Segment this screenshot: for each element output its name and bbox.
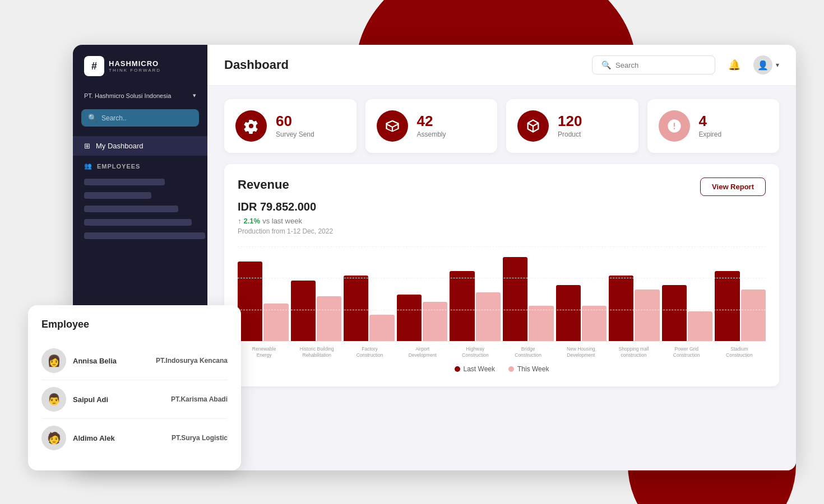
bar-group-2 bbox=[344, 276, 395, 341]
bar-group-4 bbox=[450, 271, 501, 341]
bar-last-week-3 bbox=[397, 295, 422, 341]
chart-label-8: Power Grid Construction bbox=[660, 346, 713, 358]
revenue-header: Revenue View Report bbox=[238, 178, 766, 196]
chart-label-3: Airport Development bbox=[396, 346, 449, 358]
employee-item-1: 👨 Saipul Adi PT.Karisma Abadi bbox=[41, 380, 228, 419]
header-search-box[interactable]: 🔍 bbox=[592, 55, 715, 74]
bar-this-week-7 bbox=[635, 290, 659, 341]
bar-group-6 bbox=[556, 285, 607, 341]
company-selector[interactable]: PT. Hashmicro Solusi Indonesia ▾ bbox=[73, 87, 207, 104]
legend-dot-this bbox=[508, 366, 514, 372]
product-number: 120 bbox=[558, 114, 582, 128]
bar-group-1 bbox=[291, 281, 342, 341]
chart-label-2: Factory Construction bbox=[343, 346, 396, 358]
search-icon: 🔍 bbox=[88, 114, 97, 122]
employee-avatar-0: 👩 bbox=[41, 348, 66, 373]
product-label: Product bbox=[558, 130, 582, 138]
stat-card-survey: 60 Survey Send bbox=[224, 99, 357, 153]
revenue-card: Revenue View Report IDR 79.852.000 ↑ 2.1… bbox=[224, 164, 779, 386]
chart-legend: Last Week This Week bbox=[238, 365, 766, 373]
revenue-change-label: vs last week bbox=[262, 217, 302, 225]
legend-last-label: Last Week bbox=[464, 365, 495, 373]
up-arrow-icon: ↑ bbox=[238, 217, 242, 225]
bar-group-9 bbox=[715, 271, 766, 341]
employee-name-1: Saipul Adi bbox=[73, 395, 164, 404]
sidebar-logo: # HASHMICRO THINK FORWARD bbox=[73, 56, 207, 87]
view-report-button[interactable]: View Report bbox=[700, 178, 766, 196]
revenue-period: Production from 1-12 Dec, 2022 bbox=[238, 227, 766, 235]
sidebar-placeholder-4 bbox=[84, 219, 192, 226]
sidebar-item-dashboard[interactable]: ⊞ My Dashboard bbox=[73, 136, 207, 156]
page-title: Dashboard bbox=[224, 58, 289, 72]
avatar-button[interactable]: 👤 ▾ bbox=[753, 55, 779, 74]
employee-item-2: 🧑 Aldimo Alek PT.Surya Logistic bbox=[41, 419, 228, 457]
employee-company-0: PT.Indosurya Kencana bbox=[156, 357, 228, 365]
sidebar-placeholder-2 bbox=[84, 192, 151, 199]
warning-icon bbox=[666, 118, 682, 134]
header: Dashboard 🔍 🔔 👤 ▾ bbox=[207, 45, 796, 86]
sidebar-placeholder-3 bbox=[84, 206, 178, 212]
sidebar-search[interactable]: 🔍 bbox=[81, 109, 199, 127]
logo-text: HASHMICRO THINK FORWARD bbox=[109, 59, 161, 73]
main-content: Dashboard 🔍 🔔 👤 ▾ bbox=[207, 45, 796, 470]
revenue-title: Revenue bbox=[238, 178, 289, 192]
chart-label-5: Bridge Construction bbox=[502, 346, 554, 358]
bar-this-week-2 bbox=[369, 315, 394, 341]
avatar-chevron: ▾ bbox=[776, 61, 779, 69]
search-icon: 🔍 bbox=[601, 60, 611, 69]
logo-tagline: THINK FORWARD bbox=[109, 68, 161, 73]
survey-info: 60 Survey Send bbox=[276, 114, 314, 138]
employee-panel: Employee 👩 Annisa Belia PT.Indosurya Ken… bbox=[28, 305, 241, 470]
header-right: 🔍 🔔 👤 ▾ bbox=[592, 55, 779, 75]
survey-label: Survey Send bbox=[276, 130, 314, 138]
legend-this-label: This Week bbox=[517, 365, 549, 373]
bar-last-week-2 bbox=[344, 276, 368, 341]
sidebar-employees-section: 👥 EMPLOYEES bbox=[73, 157, 207, 175]
expired-info: 4 Expired bbox=[699, 114, 722, 138]
chart-label-9: Stadium Construction bbox=[713, 346, 766, 358]
notification-button[interactable]: 🔔 bbox=[724, 55, 744, 75]
bar-this-week-8 bbox=[688, 311, 712, 341]
bar-group-0 bbox=[238, 262, 289, 341]
bar-last-week-5 bbox=[503, 257, 527, 341]
bar-last-week-9 bbox=[715, 271, 739, 341]
chart-label-0: Renewable Energy bbox=[238, 346, 290, 358]
assembly-icon-container bbox=[377, 110, 408, 142]
avatar: 👤 bbox=[753, 55, 772, 74]
logo-icon: # bbox=[84, 56, 104, 76]
bar-last-week-7 bbox=[609, 276, 633, 341]
gear-icon bbox=[243, 118, 259, 134]
bar-this-week-5 bbox=[529, 306, 553, 341]
revenue-change: ↑ 2.1% vs last week bbox=[238, 217, 766, 225]
survey-number: 60 bbox=[276, 114, 314, 128]
bar-this-week-6 bbox=[582, 306, 607, 341]
sidebar-dashboard-label: My Dashboard bbox=[96, 142, 143, 150]
stats-row: 60 Survey Send 42 Assembly bbox=[224, 99, 779, 153]
chart-label-1: Historic Building Rehabilitation bbox=[290, 346, 343, 358]
legend-this-week: This Week bbox=[508, 365, 549, 373]
chart-label-6: New Housing Development bbox=[554, 346, 607, 358]
bar-this-week-4 bbox=[476, 292, 501, 341]
survey-icon-container bbox=[235, 110, 267, 142]
chart-container: Renewable EnergyHistoric Building Rehabi… bbox=[238, 246, 766, 358]
package-icon bbox=[525, 118, 541, 134]
expired-label: Expired bbox=[699, 130, 722, 138]
employee-company-1: PT.Karisma Abadi bbox=[171, 395, 228, 403]
bar-this-week-0 bbox=[263, 304, 288, 341]
search-input[interactable] bbox=[615, 61, 706, 69]
bar-last-week-1 bbox=[291, 281, 316, 341]
revenue-pct: 2.1% bbox=[244, 217, 261, 225]
stat-card-product: 120 Product bbox=[506, 99, 638, 153]
bar-group-7 bbox=[609, 276, 660, 341]
stat-card-assembly: 42 Assembly bbox=[365, 99, 498, 153]
assembly-label: Assembly bbox=[417, 130, 446, 138]
employee-item-0: 👩 Annisa Belia PT.Indosurya Kencana bbox=[41, 342, 228, 380]
chart-label-7: Shopping mall construction bbox=[607, 346, 660, 358]
box-icon bbox=[385, 118, 400, 134]
legend-last-week: Last Week bbox=[455, 365, 495, 373]
bar-this-week-3 bbox=[423, 302, 447, 341]
stat-card-expired: 4 Expired bbox=[647, 99, 780, 153]
employee-company-2: PT.Surya Logistic bbox=[172, 434, 228, 442]
sidebar-search-input[interactable] bbox=[101, 114, 192, 122]
bar-group-3 bbox=[397, 295, 448, 341]
